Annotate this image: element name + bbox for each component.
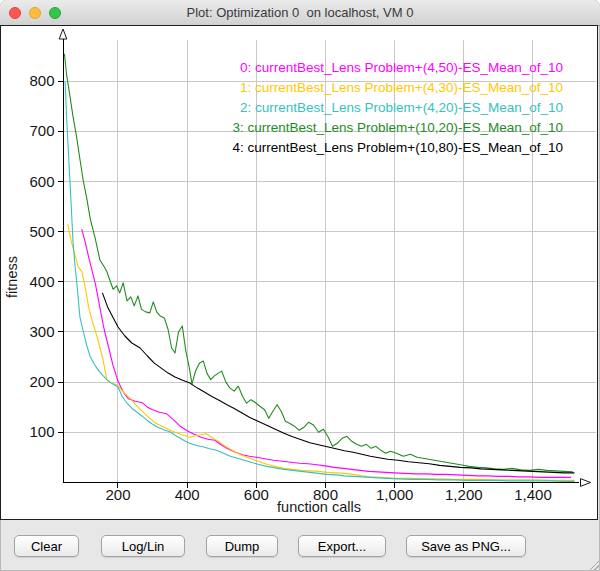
dump-button[interactable]: Dump — [206, 535, 278, 557]
title-bar[interactable]: Plot: Optimization 0 on localhost, VM 0 — [0, 0, 600, 26]
y-tick-label: 500 — [29, 223, 54, 240]
x-tick-label: 1,400 — [514, 486, 552, 503]
legend-entry-0: 0: currentBest_Lens Problem+(4,50)-ES_Me… — [240, 60, 563, 75]
plot-window: Plot: Optimization 0 on localhost, VM 0 … — [0, 0, 600, 571]
y-tick-label: 400 — [29, 273, 54, 290]
export-button[interactable]: Export... — [298, 535, 386, 557]
series-line-0 — [82, 229, 571, 477]
legend-entry-4: 4: currentBest_Lens Problem+(10,80)-ES_M… — [232, 140, 563, 155]
x-axis-arrow-icon — [581, 479, 591, 487]
window-title: Plot: Optimization 0 on localhost, VM 0 — [0, 0, 600, 25]
x-tick-label: 1,200 — [445, 486, 483, 503]
legend-entry-3: 3: currentBest_Lens Problem+(10,20)-ES_M… — [232, 120, 563, 135]
x-tick-label: 400 — [175, 486, 200, 503]
y-tick-label: 300 — [29, 323, 54, 340]
y-axis-arrow-icon — [59, 29, 67, 39]
plot-panel: 1002003004005006007008002004006008001,00… — [0, 25, 598, 520]
y-axis-title: fitness — [4, 256, 20, 298]
clear-button[interactable]: Clear — [14, 535, 79, 557]
x-tick-label: 600 — [244, 486, 269, 503]
y-tick-label: 600 — [29, 173, 54, 190]
x-tick-label: 200 — [105, 486, 130, 503]
series-line-4 — [102, 293, 574, 473]
y-tick-label: 700 — [29, 122, 54, 139]
resize-grip-icon[interactable] — [588, 559, 599, 570]
save-as-png-button[interactable]: Save as PNG... — [406, 535, 526, 557]
legend-entry-1: 1: currentBest_Lens Problem+(4,30)-ES_Me… — [240, 80, 563, 95]
x-axis-title: function calls — [277, 499, 361, 515]
series-lines — [64, 54, 574, 482]
legend-entry-2: 2: currentBest_Lens Problem+(4,20)-ES_Me… — [240, 100, 563, 115]
y-tick-label: 800 — [29, 72, 54, 89]
y-tick-label: 100 — [29, 423, 54, 440]
y-tick-label: 200 — [29, 373, 54, 390]
fitness-chart[interactable]: 1002003004005006007008002004006008001,00… — [1, 26, 597, 519]
x-tick-label: 1,000 — [376, 486, 414, 503]
log-lin-button[interactable]: Log/Lin — [101, 535, 185, 557]
